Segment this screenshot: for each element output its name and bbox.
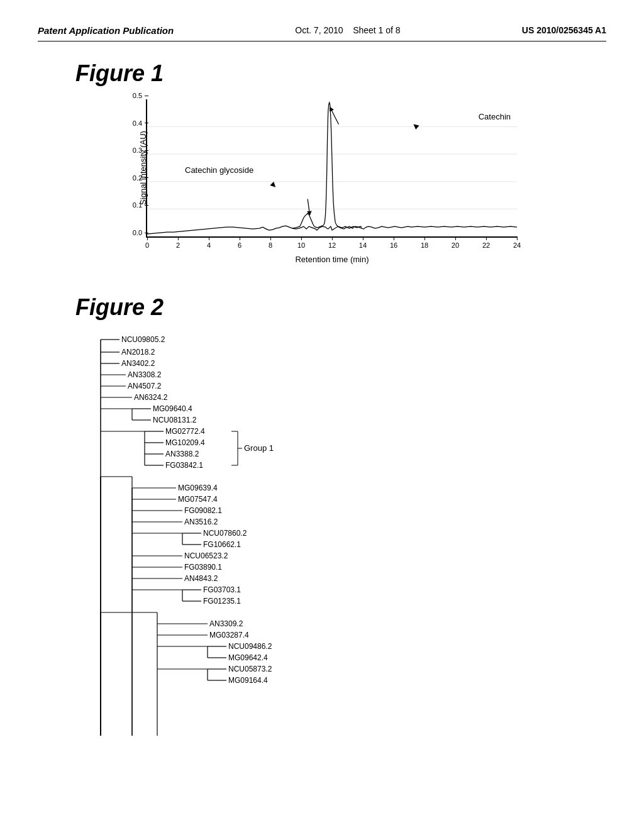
tree-node-an3402: AN3402.2	[121, 359, 155, 368]
phylogenetic-tree: NCU09805.2 AN2018.2 AN3402.2 AN3308.2 AN…	[75, 327, 516, 755]
tree-node-fg03703: FG03703.1	[203, 585, 241, 594]
tree-node-an3308: AN3308.2	[128, 370, 162, 379]
x-tick-20: 20	[452, 236, 459, 249]
tree-node-mg09164: MG09164.4	[228, 676, 268, 685]
tree-node-ncu09805: NCU09805.2	[121, 335, 165, 344]
tree-node-ncu05873: NCU05873.2	[228, 665, 272, 673]
y-tick-04: 0.4	[125, 119, 148, 127]
publication-title: Patent Application Publication	[38, 25, 174, 36]
tree-node-fg10662: FG10662.1	[203, 540, 241, 549]
tree-node-ncu08131: NCU08131.2	[153, 416, 197, 424]
header-center: Oct. 7, 2010 Sheet 1 of 8	[295, 25, 400, 35]
catechin-annotation: Catechin	[479, 112, 511, 121]
svg-line-4	[331, 109, 339, 124]
x-tick-14: 14	[359, 236, 367, 249]
tree-node-an4507: AN4507.2	[128, 382, 162, 390]
tree-svg: NCU09805.2 AN2018.2 AN3402.2 AN3308.2 AN…	[75, 327, 516, 755]
x-tick-6: 6	[238, 236, 242, 249]
patent-number: US 2010/0256345 A1	[522, 25, 606, 35]
tree-node-an3516: AN3516.2	[184, 517, 218, 526]
y-tick-0: 0.0	[125, 229, 148, 236]
x-tick-0: 0	[145, 236, 149, 249]
tree-node-an2018: AN2018.2	[121, 348, 155, 357]
svg-line-5	[308, 199, 309, 214]
x-tick-24: 24	[513, 236, 521, 249]
tree-node-an3309: AN3309.2	[209, 619, 243, 628]
tree-node-ncu06523: NCU06523.2	[184, 551, 228, 560]
sheet-info: Sheet 1 of 8	[353, 25, 401, 35]
tree-node-an3388: AN3388.2	[165, 450, 199, 458]
y-tick-03: 0.3	[125, 147, 148, 154]
page: Patent Application Publication Oct. 7, 2…	[0, 0, 644, 830]
y-tick-02: 0.2	[125, 174, 148, 182]
tree-node-ncu07860: NCU07860.2	[203, 529, 247, 538]
x-tick-4: 4	[207, 236, 211, 249]
tree-node-an6324: AN6324.2	[134, 393, 168, 402]
tree-node-mg02772: MG02772.4	[165, 427, 205, 436]
y-tick-01: 0.1	[125, 201, 148, 209]
x-tick-2: 2	[176, 236, 180, 249]
figure2-title: Figure 2	[75, 294, 606, 321]
x-tick-16: 16	[390, 236, 397, 249]
tree-node-mg09640: MG09640.4	[153, 404, 192, 413]
tree-node-fg01235: FG01235.1	[203, 597, 241, 606]
x-tick-12: 12	[328, 236, 336, 249]
tree-node-fg09082: FG09082.1	[184, 506, 222, 515]
tree-node-mg09639: MG09639.4	[178, 484, 218, 492]
tree-node-mg10209: MG10209.4	[165, 438, 205, 447]
tree-node-mg07547: MG07547.4	[178, 495, 218, 504]
tree-node-mg03287: MG03287.4	[209, 631, 249, 639]
page-header: Patent Application Publication Oct. 7, 2…	[38, 25, 606, 42]
x-tick-8: 8	[269, 236, 272, 249]
figure2-section: Figure 2 NCU09805.2 AN2018.2 AN3402.2 AN…	[38, 294, 606, 755]
figure1-title: Figure 1	[75, 60, 606, 87]
x-tick-18: 18	[421, 236, 428, 249]
x-tick-10: 10	[297, 236, 305, 249]
x-axis-label: Retention time (min)	[295, 255, 369, 264]
chart-plot-area: Signal intensity (AU) 0.0 0.1 0.2 0.3 0.…	[146, 99, 517, 238]
tree-node-an4843: AN4843.2	[184, 574, 218, 583]
tree-node-ncu09486: NCU09486.2	[228, 642, 272, 651]
tree-node-fg03842: FG03842.1	[165, 461, 203, 470]
catechin-glycoside-annotation: Catechin glycoside	[185, 165, 253, 175]
tree-node-mg09642: MG09642.4	[228, 653, 268, 662]
group1-label: Group 1	[244, 443, 274, 453]
x-tick-22: 22	[482, 236, 490, 249]
y-tick-05: 0.5	[125, 92, 148, 99]
publication-date: Oct. 7, 2010	[295, 25, 343, 35]
figure1-chart: Signal intensity (AU) 0.0 0.1 0.2 0.3 0.…	[102, 93, 542, 269]
tree-node-fg03890: FG03890.1	[184, 563, 222, 572]
